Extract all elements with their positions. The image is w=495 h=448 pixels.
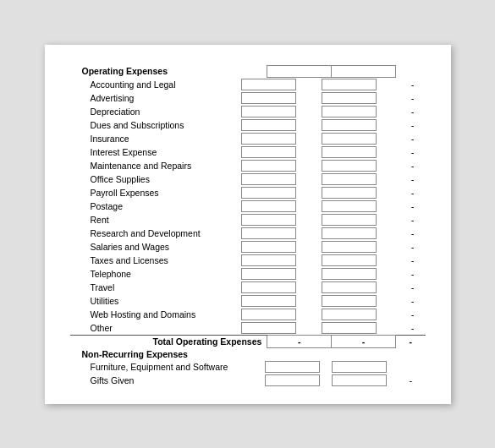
item-dash: - <box>400 294 426 308</box>
list-item: Salaries and Wages- <box>70 240 426 254</box>
item-dash: - <box>400 172 426 186</box>
col1-header <box>267 65 332 77</box>
item-col1-input-9[interactable] <box>241 200 296 212</box>
item-col1-input-14[interactable] <box>241 268 296 280</box>
item-col2-input-15[interactable] <box>322 281 377 293</box>
item-col2-input-16[interactable] <box>322 295 377 307</box>
item-col1-input-10[interactable] <box>241 214 296 226</box>
furniture-col1-input[interactable] <box>265 361 320 373</box>
item-col1-input-11[interactable] <box>241 227 296 239</box>
item-label: Other <box>70 321 239 335</box>
item-dash: - <box>400 281 426 294</box>
item-label: Payroll Expenses <box>70 186 239 199</box>
item-label: Postage <box>70 199 239 213</box>
item-dash: - <box>400 227 426 240</box>
item-label: Maintenance and Repairs <box>70 159 239 172</box>
item-col2-input-4[interactable] <box>322 133 377 145</box>
item-col1-input-18[interactable] <box>241 322 296 334</box>
list-item: Advertising- <box>70 91 426 105</box>
total-col3: - <box>395 335 425 347</box>
item-dash: - <box>400 159 426 172</box>
item-col2-input-1[interactable] <box>322 92 377 104</box>
item-label: Rent <box>70 213 239 227</box>
item-dash: - <box>400 213 426 227</box>
item-label: Travel <box>70 281 239 294</box>
item-col2-input-6[interactable] <box>322 160 377 172</box>
item-col1-input-2[interactable] <box>241 106 296 117</box>
item-col2-input-0[interactable] <box>322 79 377 90</box>
item-col2-input-7[interactable] <box>322 173 377 185</box>
expenses-table: Operating Expenses <box>70 65 426 78</box>
col2-header <box>332 65 396 77</box>
item-col1-input-3[interactable] <box>241 119 296 131</box>
operating-expenses-header-row: Operating Expenses <box>70 65 426 77</box>
furniture-col2-input[interactable] <box>332 361 387 373</box>
furniture-dash <box>396 360 425 374</box>
total-row-table: Total Operating Expenses - - - <box>70 335 426 348</box>
item-col1-input-5[interactable] <box>241 146 296 158</box>
operating-expenses-label: Operating Expenses <box>70 65 267 77</box>
item-col2-input-14[interactable] <box>322 268 377 280</box>
non-recurring-header-row: Non-Recurring Expenses <box>70 348 426 360</box>
item-label: Advertising <box>70 91 239 105</box>
item-label: Taxes and Licenses <box>70 254 239 267</box>
total-operating-label: Total Operating Expenses <box>70 335 267 347</box>
item-col2-input-3[interactable] <box>322 119 377 131</box>
item-col2-input-8[interactable] <box>322 187 377 199</box>
item-dash: - <box>400 186 426 199</box>
item-dash: - <box>400 308 426 321</box>
operating-items-table: Accounting and Legal-Advertising-Depreci… <box>70 78 426 335</box>
item-col1-input-16[interactable] <box>241 295 296 307</box>
item-gifts: Gifts Given <box>70 374 263 387</box>
item-label: Dues and Subscriptions <box>70 118 239 132</box>
col3-header <box>395 65 425 77</box>
item-col2-input-18[interactable] <box>322 322 377 334</box>
item-label: Interest Expense <box>70 145 239 159</box>
list-item: Telephone- <box>70 267 426 281</box>
item-col2-input-17[interactable] <box>322 309 377 320</box>
item-col2-input-5[interactable] <box>322 146 377 158</box>
non-recurring-table: Non-Recurring Expenses Furniture, Equipm… <box>70 348 426 387</box>
item-col1-input-13[interactable] <box>241 254 296 266</box>
list-item: Depreciation- <box>70 105 426 118</box>
item-label: Web Hosting and Domains <box>70 308 239 321</box>
item-col1-input-15[interactable] <box>241 281 296 293</box>
item-label: Insurance <box>70 132 239 145</box>
page: Operating Expenses Accounting and Legal-… <box>45 45 451 404</box>
total-operating-row: Total Operating Expenses - - - <box>70 335 426 347</box>
item-col2-input-9[interactable] <box>322 200 377 212</box>
list-item: Maintenance and Repairs- <box>70 159 426 172</box>
item-col2-input-10[interactable] <box>322 214 377 226</box>
list-item: Web Hosting and Domains- <box>70 308 426 321</box>
list-item: Insurance- <box>70 132 426 145</box>
item-col1-input-6[interactable] <box>241 160 296 172</box>
list-item: Payroll Expenses- <box>70 186 426 199</box>
item-col1-input-12[interactable] <box>241 241 296 253</box>
item-dash: - <box>400 240 426 254</box>
item-col1-input-7[interactable] <box>241 173 296 185</box>
item-dash: - <box>400 321 426 335</box>
item-col1-input-8[interactable] <box>241 187 296 199</box>
gifts-col2-input[interactable] <box>332 374 387 386</box>
item-col1-input-1[interactable] <box>241 92 296 104</box>
item-col2-input-12[interactable] <box>322 241 377 253</box>
list-item: Dues and Subscriptions- <box>70 118 426 132</box>
item-dash: - <box>400 105 426 118</box>
total-col1: - <box>267 335 332 347</box>
list-item: Other- <box>70 321 426 335</box>
item-label: Depreciation <box>70 105 239 118</box>
item-col2-input-13[interactable] <box>322 254 377 266</box>
item-dash: - <box>400 132 426 145</box>
item-col1-input-17[interactable] <box>241 309 296 320</box>
list-item: Utilities- <box>70 294 426 308</box>
list-item: Office Supplies- <box>70 172 426 186</box>
non-recurring-label: Non-Recurring Expenses <box>70 348 263 360</box>
item-col2-input-11[interactable] <box>322 227 377 239</box>
gifts-col1-input[interactable] <box>265 374 320 386</box>
total-col2: - <box>332 335 396 347</box>
item-col1-input-4[interactable] <box>241 133 296 145</box>
item-col2-input-2[interactable] <box>322 106 377 117</box>
item-col1-input-0[interactable] <box>241 79 296 90</box>
list-item: Taxes and Licenses- <box>70 254 426 267</box>
list-item: Postage- <box>70 199 426 213</box>
